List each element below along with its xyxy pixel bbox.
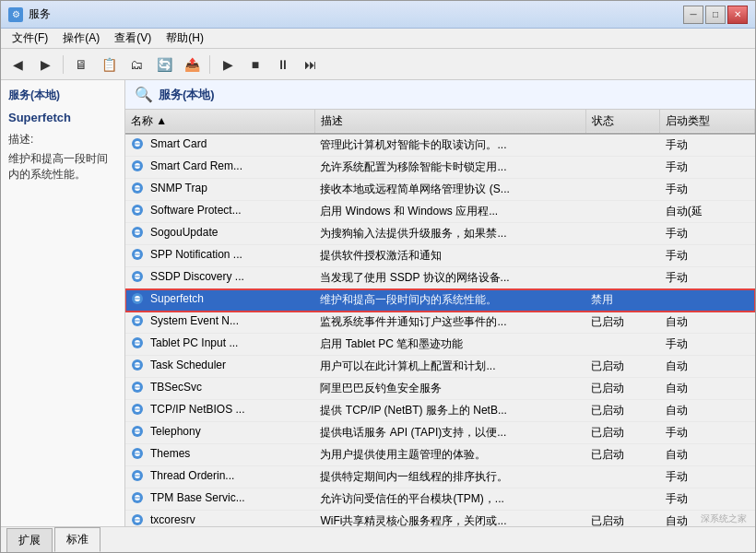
restart-button[interactable]: ⏭ — [298, 53, 324, 76]
play-button[interactable]: ▶ — [215, 53, 241, 76]
export-button[interactable]: 📤 — [179, 53, 205, 76]
cell-service-startup: 手动 — [660, 134, 755, 157]
svg-rect-2 — [134, 144, 141, 145]
cell-service-status — [585, 134, 660, 157]
minimize-button[interactable]: ─ — [683, 6, 703, 24]
table-row[interactable]: TPM Base Servic...允许访问受信任的平台模块(TPM)，...手… — [125, 488, 755, 511]
cell-service-name: System Event N... — [125, 312, 314, 334]
table-row[interactable]: TCP/IP NetBIOS ...提供 TCP/IP (NetBT) 服务上的… — [125, 400, 755, 422]
panel-header-title: 服务(本地) — [159, 87, 215, 103]
svg-rect-35 — [134, 387, 141, 388]
col-header-startup[interactable]: 启动类型 — [660, 110, 755, 134]
table-row[interactable]: System Event N...监视系统事件并通知订户这些事件的...已启动自… — [125, 312, 755, 334]
table-row[interactable]: SogouUpdate为搜狗输入法提供升级服务，如果禁...手动 — [125, 223, 755, 245]
cell-service-name: SPP Notification ... — [125, 245, 314, 267]
table-row[interactable]: Software Protect...启用 Windows 和 Windows … — [125, 201, 755, 223]
cell-service-startup: 自动 — [660, 312, 755, 334]
cell-service-startup: 手动 — [660, 422, 755, 444]
cell-service-name: Superfetch — [125, 289, 314, 312]
cell-service-startup: 自动 — [660, 356, 755, 378]
cell-service-status: 已启动 — [585, 356, 660, 378]
refresh-button[interactable]: 🔄 — [151, 53, 177, 76]
cell-service-name: txcoresrv — [125, 511, 314, 527]
cell-service-name: SogouUpdate — [125, 223, 314, 245]
stop-button[interactable]: ■ — [242, 53, 268, 76]
svg-rect-44 — [134, 453, 141, 454]
sidebar-desc-label: 描述: — [8, 132, 117, 147]
restore-button[interactable]: □ — [705, 6, 726, 24]
cell-service-status: 已启动 — [585, 444, 660, 466]
svg-rect-38 — [134, 409, 141, 410]
close-button[interactable]: ✕ — [727, 6, 748, 24]
cell-service-startup: 手动 — [660, 466, 755, 488]
cell-service-desc: 当发现了使用 SSDP 协议的网络设备... — [314, 267, 585, 289]
cell-service-name: SSDP Discovery ... — [125, 267, 314, 289]
col-header-name[interactable]: 名称 ▲ — [125, 110, 314, 134]
cell-service-desc: 提供 TCP/IP (NetBT) 服务上的 NetB... — [314, 400, 585, 422]
table-row[interactable]: txcoresrvWiFi共享精灵核心服务程序，关闭或...已启动自动 — [125, 511, 755, 527]
services-table[interactable]: 名称 ▲ 描述 状态 启动类型 Smart Card管理此计算机对智能卡的取读访… — [125, 110, 755, 526]
cell-service-startup: 自动 — [660, 400, 755, 422]
svg-rect-41 — [134, 431, 141, 432]
col-header-desc[interactable]: 描述 — [314, 110, 585, 134]
menu-file[interactable]: 文件(F) — [5, 29, 55, 48]
cell-service-startup: 手动 — [660, 334, 755, 356]
table-row[interactable]: Telephony提供电话服务 API (TAPI)支持，以便...已启动手动 — [125, 422, 755, 444]
tab-standard[interactable]: 标准 — [54, 527, 100, 552]
table-row[interactable]: Task Scheduler用户可以在此计算机上配置和计划...已启动自动 — [125, 356, 755, 378]
cell-service-desc: 管理此计算机对智能卡的取读访问。... — [314, 134, 585, 157]
col-header-status[interactable]: 状态 — [585, 110, 660, 134]
cell-service-startup — [660, 289, 755, 312]
cell-service-startup: 手动 — [660, 488, 755, 511]
cell-service-desc: 允许访问受信任的平台模块(TPM)，... — [314, 488, 585, 511]
panel-header-icon: 🔍 — [135, 86, 153, 103]
panel-header: 🔍 服务(本地) — [125, 80, 755, 110]
cell-service-status: 已启动 — [585, 511, 660, 527]
tab-expand[interactable]: 扩展 — [6, 528, 53, 552]
cell-service-status — [585, 223, 660, 245]
properties-button[interactable]: 🗂 — [124, 53, 149, 76]
cell-service-desc: 提供电话服务 API (TAPI)支持，以便... — [314, 422, 585, 444]
up-button[interactable]: 🖥 — [68, 53, 94, 76]
show-console[interactable]: 📋 — [96, 53, 122, 76]
table-row[interactable]: Themes为用户提供使用主题管理的体验。已启动自动 — [125, 444, 755, 466]
cell-service-name: TCP/IP NetBIOS ... — [125, 400, 314, 422]
cell-service-status: 禁用 — [585, 289, 660, 312]
cell-service-startup: 手动 — [660, 157, 755, 179]
menu-action[interactable]: 操作(A) — [55, 29, 107, 48]
svg-rect-50 — [134, 498, 141, 499]
table-row[interactable]: SNMP Trap接收本地或远程简单网络管理协议 (S...手动 — [125, 179, 755, 201]
window-title: 服务 — [29, 6, 683, 22]
table-row[interactable]: Smart Card管理此计算机对智能卡的取读访问。...手动 — [125, 134, 755, 157]
cell-service-desc: 为用户提供使用主题管理的体验。 — [314, 444, 585, 466]
table-row[interactable]: Thread Orderin...提供特定期间内一组线程的排序执行。手动 — [125, 466, 755, 488]
table-row[interactable]: Smart Card Rem...允许系统配置为移除智能卡时锁定用...手动 — [125, 157, 755, 179]
table-row[interactable]: Tablet PC Input ...启用 Tablet PC 笔和墨迹功能手动 — [125, 334, 755, 356]
toolbar: ◀ ▶ 🖥 📋 🗂 🔄 📤 ▶ ■ ⏸ ⏭ — [1, 49, 755, 80]
table-row[interactable]: Superfetch维护和提高一段时间内的系统性能。禁用 — [125, 289, 755, 312]
table-row[interactable]: SSDP Discovery ...当发现了使用 SSDP 协议的网络设备...… — [125, 267, 755, 289]
bottom-tabs: 扩展 标准 — [1, 526, 755, 552]
cell-service-name: Smart Card Rem... — [125, 157, 314, 179]
svg-rect-8 — [134, 188, 141, 189]
menu-view[interactable]: 查看(V) — [107, 29, 159, 48]
cell-service-status — [585, 488, 660, 511]
back-button[interactable]: ◀ — [5, 53, 30, 76]
cell-service-status — [585, 267, 660, 289]
menu-help[interactable]: 帮助(H) — [159, 29, 211, 48]
right-panel: 🔍 服务(本地) 名称 ▲ 描述 状态 启动类型 — [125, 80, 755, 526]
cell-service-startup: 手动 — [660, 245, 755, 267]
table-header-row: 名称 ▲ 描述 状态 启动类型 — [125, 110, 755, 134]
table-row[interactable]: SPP Notification ...提供软件授权激活和通知手动 — [125, 245, 755, 267]
window-controls: ─ □ ✕ — [683, 6, 748, 24]
forward-button[interactable]: ▶ — [32, 53, 58, 76]
cell-service-status — [585, 201, 660, 223]
cell-service-startup: 自动(延 — [660, 201, 755, 223]
cell-service-name: Task Scheduler — [125, 356, 314, 378]
cell-service-status: 已启动 — [585, 422, 660, 444]
cell-service-name: Themes — [125, 444, 314, 466]
cell-service-startup: 自动 — [660, 511, 755, 527]
pause-button[interactable]: ⏸ — [270, 53, 296, 76]
cell-service-startup: 手动 — [660, 179, 755, 201]
table-row[interactable]: TBSecSvc阿里巴巴反钓鱼安全服务已启动自动 — [125, 378, 755, 400]
